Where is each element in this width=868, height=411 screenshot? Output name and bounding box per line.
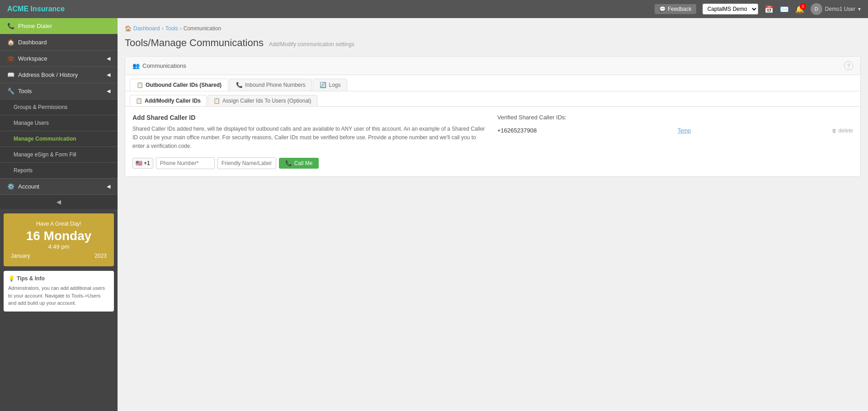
page-title: Tools/Manage Communications xyxy=(125,37,264,49)
workspace-icon: 💼 xyxy=(7,55,14,62)
tab-assign-caller-ids[interactable]: 📋 Assign Caller Ids To Users (Optional) xyxy=(208,95,317,106)
verified-number: +16265237908 xyxy=(497,127,537,134)
sidebar-sub-item-label: Manage Communication xyxy=(14,136,76,142)
sidebar-item-dashboard[interactable]: 🏠 Dashboard xyxy=(0,34,118,51)
breadcrumb-sep2: › xyxy=(180,25,182,32)
tab-add-modify-caller-id[interactable]: 📋 Add/Modify Caller IDs xyxy=(130,95,207,106)
phone-dialer-icon: 📞 xyxy=(7,23,14,29)
sidebar-item-label: Phone Dialer xyxy=(18,23,52,29)
tab-outbound-caller-ids[interactable]: 📋 Outbound Caller IDs (Shared) xyxy=(130,79,228,91)
phone-icon: 📞 xyxy=(285,160,292,166)
breadcrumb-tools[interactable]: Tools xyxy=(165,25,178,32)
user-label: Demo1 User xyxy=(825,6,855,12)
right-column: Verified Shared Caller IDs: +16265237908… xyxy=(497,114,853,169)
sidebar: 📞 Phone Dialer 🏠 Dashboard 💼 Workspace ◀… xyxy=(0,18,118,411)
sidebar-item-label: Tools xyxy=(18,88,32,94)
sidebar-item-tools[interactable]: 🔧 Tools ◀ xyxy=(0,83,118,99)
sidebar-collapse-button[interactable]: ◀ xyxy=(0,195,118,209)
chevron-right-icon: ◀ xyxy=(107,56,110,61)
card-header: 👥 Communications ? xyxy=(125,57,860,75)
sidebar-item-workspace[interactable]: 💼 Workspace ◀ xyxy=(0,51,118,67)
main-layout: 📞 Phone Dialer 🏠 Dashboard 💼 Workspace ◀… xyxy=(0,18,868,411)
section-description: Shared Caller IDs added here, will be di… xyxy=(132,125,488,151)
two-col-layout: Add Shared Caller ID Shared Caller IDs a… xyxy=(132,114,853,169)
tips-title-text: Tips & Info xyxy=(17,275,45,282)
sidebar-item-manage-esign[interactable]: Manage eSign & Form Fill xyxy=(0,147,118,163)
notification-badge: 3 xyxy=(800,3,806,9)
inner-tabs: 📋 Add/Modify Caller IDs 📋 Assign Caller … xyxy=(125,91,860,107)
tips-section: 💡 Tips & Info Adminstrators, you can add… xyxy=(4,271,114,312)
sidebar-sub-item-label: Manage eSign & Form Fill xyxy=(14,151,76,158)
communications-header-label: Communications xyxy=(142,62,186,69)
phone-input-row: 🇺🇸 +1 📞 Call Me xyxy=(132,157,488,169)
sidebar-item-groups-permissions[interactable]: Groups & Permissions xyxy=(0,99,118,115)
outer-tabs: 📋 Outbound Caller IDs (Shared) 📞 Inbound… xyxy=(125,75,860,91)
logo-acme: ACME xyxy=(7,5,28,13)
tab-logs[interactable]: 🔄 Logs xyxy=(313,79,347,91)
call-me-label: Call Me xyxy=(294,160,313,166)
flag-icon: 🇺🇸 xyxy=(136,160,142,166)
tab-inbound-phone-numbers[interactable]: 📞 Inbound Phone Numbers xyxy=(229,79,312,91)
calendar-footer: January 2023 xyxy=(11,253,107,259)
chevron-down-icon: ◀ xyxy=(107,88,110,94)
chevron-right-icon: ◀ xyxy=(107,72,110,78)
tab-icon: 📞 xyxy=(236,82,243,88)
page-subtitle: Add/Modify communication settings xyxy=(269,41,354,47)
mail-icon[interactable]: ✉️ xyxy=(780,5,789,14)
card-header-title: 👥 Communications xyxy=(132,62,186,69)
calendar-day-num: 16 xyxy=(26,229,40,243)
call-me-button[interactable]: 📞 Call Me xyxy=(279,158,319,169)
topbar-right: 💬 Feedback CaptalMS Demo 📅 ✉️ 🔔 3 D Demo… xyxy=(655,3,861,15)
phone-number-input[interactable] xyxy=(156,157,215,169)
page-header: Tools/Manage Communications Add/Modify c… xyxy=(125,37,861,49)
verified-entry: +16265237908 Temp 🗑 delete xyxy=(497,125,853,136)
workspace-select[interactable]: CaptalMS Demo xyxy=(703,4,758,14)
account-icon: ⚙️ xyxy=(7,183,14,190)
delete-label: delete xyxy=(838,128,853,134)
section-title: Add Shared Caller ID xyxy=(132,114,488,121)
verified-title: Verified Shared Caller IDs: xyxy=(497,114,853,121)
verified-name-link[interactable]: Temp xyxy=(678,128,691,134)
friendly-name-input[interactable] xyxy=(217,157,276,169)
feedback-button[interactable]: 💬 Feedback xyxy=(655,4,696,14)
sidebar-item-reports[interactable]: Reports xyxy=(0,163,118,179)
delete-button[interactable]: 🗑 delete xyxy=(832,128,853,134)
tab-icon: 🔄 xyxy=(320,82,326,88)
breadcrumb-sep1: › xyxy=(162,25,164,32)
sidebar-item-label: Workspace xyxy=(18,55,47,62)
left-column: Add Shared Caller ID Shared Caller IDs a… xyxy=(132,114,488,169)
tips-body: Adminstrators, you can add additional us… xyxy=(8,284,109,307)
tips-title: 💡 Tips & Info xyxy=(8,275,109,282)
tab-label: Outbound Caller IDs (Shared) xyxy=(146,82,222,88)
logo-insurance: Insurance xyxy=(31,5,65,13)
calendar-year: 2023 xyxy=(94,253,107,259)
sidebar-item-label: Address Book / History xyxy=(18,71,78,78)
notification-icon[interactable]: 🔔 3 xyxy=(795,5,804,14)
breadcrumb: 🏠 Dashboard › Tools › Communication xyxy=(125,25,861,32)
chevron-down-icon: ▾ xyxy=(858,6,861,12)
tab-label: Inbound Phone Numbers xyxy=(245,82,305,88)
sidebar-item-account[interactable]: ⚙️ Account ◀ xyxy=(0,179,118,195)
sidebar-sub-item-label: Groups & Permissions xyxy=(14,104,67,110)
sidebar-item-label: Dashboard xyxy=(18,39,47,46)
tab-inner-label: Assign Caller Ids To Users (Optional) xyxy=(222,98,311,104)
tab-inner-icon: 📋 xyxy=(213,98,220,104)
feedback-icon: 💬 xyxy=(659,6,666,12)
help-button[interactable]: ? xyxy=(844,61,853,70)
calendar-day: 16 Monday xyxy=(11,229,107,243)
user-menu[interactable]: D Demo1 User ▾ xyxy=(811,3,861,15)
sidebar-item-phone-dialer[interactable]: 📞 Phone Dialer xyxy=(0,18,118,34)
sidebar-item-manage-communication[interactable]: Manage Communication xyxy=(0,131,118,147)
avatar: D xyxy=(811,3,822,15)
sidebar-item-label: Account xyxy=(18,183,39,190)
chevron-right-icon: ◀ xyxy=(107,184,110,189)
calendar-icon[interactable]: 📅 xyxy=(764,5,774,14)
calendar-widget: Have A Great Day! 16 Monday 4:49 pm Janu… xyxy=(4,213,114,266)
address-book-icon: 📖 xyxy=(7,71,14,78)
tab-inner-icon: 📋 xyxy=(136,98,142,104)
sidebar-item-address-book[interactable]: 📖 Address Book / History ◀ xyxy=(0,67,118,83)
breadcrumb-dashboard[interactable]: Dashboard xyxy=(133,25,160,32)
communications-card: 👥 Communications ? 📋 Outbound Caller IDs… xyxy=(125,56,861,177)
sidebar-item-manage-users[interactable]: Manage Users xyxy=(0,115,118,131)
calendar-month: January xyxy=(11,253,30,259)
